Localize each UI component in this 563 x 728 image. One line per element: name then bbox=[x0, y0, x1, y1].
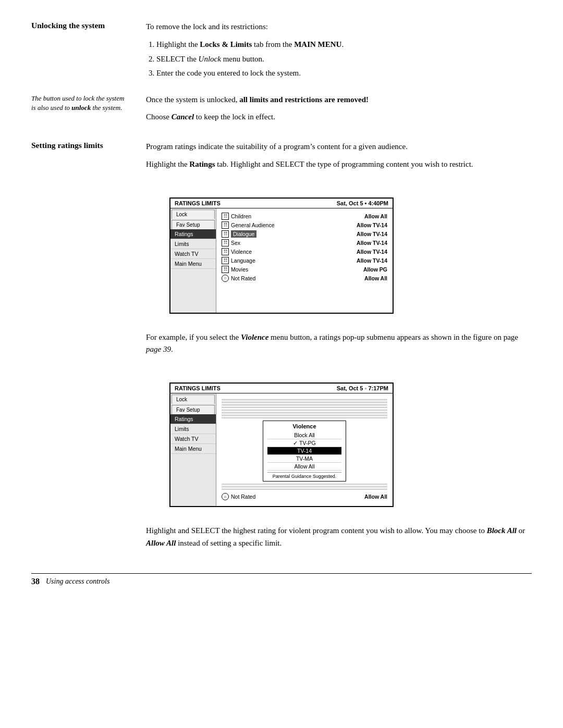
screen1-container: RATINGS LIMITS Sat, Oct 5 • 4:40PM Lock … bbox=[31, 188, 532, 323]
step-3: Enter the code you entered to lock the s… bbox=[156, 67, 532, 80]
screen1-title: RATINGS LIMITS bbox=[175, 200, 221, 206]
screen2-body: Lock Fav Setup Ratings Limits Watch TV M… bbox=[170, 393, 393, 506]
rating-label-general: General Audience bbox=[231, 222, 274, 228]
ratings-label: Setting ratings limits bbox=[31, 141, 146, 176]
popup-title: Violence bbox=[267, 423, 341, 429]
unlocking-body: To remove the lock and its restrictions:… bbox=[146, 21, 532, 81]
popup-option-blockall[interactable]: Block All bbox=[267, 431, 341, 439]
spacer2 bbox=[31, 525, 146, 554]
ratings-list: ☷ Children Allow All ☷ General Audience … bbox=[222, 213, 387, 282]
rating-icon-language: ☷ bbox=[222, 257, 229, 264]
screen2-timestamp: Sat, Oct 5 ◦ 7:17PM bbox=[337, 385, 388, 391]
screen2-sidebar-fav[interactable]: Fav Setup bbox=[172, 405, 215, 414]
unlocked-body: Once the system is unlocked, all limits … bbox=[146, 94, 532, 129]
popup-option-allowall[interactable]: Allow All bbox=[267, 463, 341, 471]
rating-label-children: Children bbox=[231, 213, 251, 219]
screen1-timestamp: Sat, Oct 5 • 4:40PM bbox=[337, 200, 388, 206]
screen1-header: RATINGS LIMITS Sat, Oct 5 • 4:40PM bbox=[170, 199, 393, 208]
page-number: 38 bbox=[31, 577, 40, 586]
rating-row-notrated[interactable]: ○ Not Rated Allow All bbox=[222, 275, 387, 282]
screen2-notrated-label: Not Rated bbox=[231, 493, 255, 500]
italic-note-line1: The button used to lock the system bbox=[31, 94, 124, 102]
rating-value-children: Allow All bbox=[364, 213, 387, 219]
rating-label-notrated: Not Rated bbox=[231, 275, 255, 281]
violence-para-section: For example, if you select the Violence … bbox=[31, 331, 532, 361]
blurred-row-1 bbox=[222, 399, 387, 408]
ratings-body: Program ratings indicate the suitability… bbox=[146, 141, 532, 176]
italic-note: The button used to lock the system is al… bbox=[31, 94, 146, 129]
rating-row-dialogue[interactable]: ☷ Dialogue Allow TV-14 bbox=[222, 230, 387, 238]
popup-option-tv14[interactable]: TV-14 bbox=[267, 447, 341, 455]
blurred-row-3 bbox=[222, 484, 387, 490]
ratings-section: Setting ratings limits Program ratings i… bbox=[31, 141, 532, 176]
screen2-sidebar: Lock Fav Setup Ratings Limits Watch TV M… bbox=[170, 393, 216, 506]
screen2-sidebar-mainmenu[interactable]: Main Menu bbox=[170, 444, 216, 454]
rating-value-violence: Allow TV-14 bbox=[357, 249, 387, 255]
rating-icon-general: ☷ bbox=[222, 221, 229, 229]
unlocking-steps: Highlight the Locks & Limits tab from th… bbox=[156, 38, 532, 80]
rating-icon-children: ☷ bbox=[222, 213, 229, 220]
rating-label-sex: Sex bbox=[231, 240, 240, 246]
screen2-sidebar-ratings[interactable]: Ratings bbox=[170, 414, 216, 424]
sidebar-item-limits[interactable]: Limits bbox=[170, 239, 216, 249]
rating-label-dialogue: Dialogue bbox=[231, 230, 256, 238]
screen2-main: Violence Block All TV-PG TV-14 TV-MA All… bbox=[216, 393, 393, 506]
screen2-sidebar-limits[interactable]: Limits bbox=[170, 424, 216, 434]
sidebar-item-favsetup[interactable]: Fav Setup bbox=[172, 220, 215, 229]
rating-row-general[interactable]: ☷ General Audience Allow TV-14 bbox=[222, 221, 387, 229]
rating-row-movies[interactable]: ☷ Movies Allow PG bbox=[222, 266, 387, 273]
final-para-section: Highlight and SELECT the highest rating … bbox=[31, 525, 532, 554]
footer-text: Using access controls bbox=[46, 577, 109, 586]
screen2-sidebar-lock[interactable]: Lock bbox=[172, 394, 215, 404]
rating-value-notrated: Allow All bbox=[364, 275, 387, 281]
violence-popup: Violence Block All TV-PG TV-14 TV-MA All… bbox=[263, 421, 346, 482]
rating-row-language[interactable]: ☷ Language Allow TV-14 bbox=[222, 257, 387, 264]
italic-note-line2: is also used to unlock the system. bbox=[31, 104, 122, 112]
sidebar-item-mainmenu[interactable]: Main Menu bbox=[170, 259, 216, 269]
unlocking-intro: To remove the lock and its restrictions: bbox=[146, 21, 532, 33]
ratings-para1: Program ratings indicate the suitability… bbox=[146, 141, 532, 153]
unlocked-text: Once the system is unlocked, all limits … bbox=[146, 94, 532, 106]
sidebar-item-lock[interactable]: Lock bbox=[172, 209, 215, 219]
screen2-notrated-row[interactable]: ○ Not Rated Allow All bbox=[222, 493, 387, 500]
screen1-main: ☷ Children Allow All ☷ General Audience … bbox=[216, 208, 393, 313]
unlocking-label: Unlocking the system bbox=[31, 21, 146, 81]
unlocked-note-section: The button used to lock the system is al… bbox=[31, 94, 532, 129]
final-para: Highlight and SELECT the highest rating … bbox=[146, 525, 532, 549]
sidebar-item-ratings[interactable]: Ratings bbox=[170, 229, 216, 239]
popup-option-tvma[interactable]: TV-MA bbox=[267, 455, 341, 463]
rating-value-sex: Allow TV-14 bbox=[357, 240, 387, 246]
step-1: Highlight the Locks & Limits tab from th… bbox=[156, 38, 532, 52]
screen2-notrated-value: Allow All bbox=[364, 493, 387, 500]
rating-label-language: Language bbox=[231, 257, 255, 264]
rating-icon-violence: ☷ bbox=[222, 248, 229, 255]
screen2-header: RATINGS LIMITS Sat, Oct 5 ◦ 7:17PM bbox=[170, 384, 393, 393]
violence-para: For example, if you select the Violence … bbox=[146, 331, 532, 356]
rating-row-children[interactable]: ☷ Children Allow All bbox=[222, 213, 387, 220]
unlocking-section: Unlocking the system To remove the lock … bbox=[31, 21, 532, 81]
sidebar-item-watchtv[interactable]: Watch TV bbox=[170, 249, 216, 259]
screen2-sidebar-watchtv[interactable]: Watch TV bbox=[170, 434, 216, 444]
rating-row-sex[interactable]: ☷ Sex Allow TV-14 bbox=[222, 239, 387, 246]
screen1-body: Lock Fav Setup Ratings Limits Watch TV M… bbox=[170, 208, 393, 313]
cancel-text: Choose Cancel to keep the lock in effect… bbox=[146, 111, 532, 123]
step-2: SELECT the Unlock menu button. bbox=[156, 53, 532, 66]
rating-icon-movies: ☷ bbox=[222, 266, 229, 273]
screen2: RATINGS LIMITS Sat, Oct 5 ◦ 7:17PM Lock … bbox=[169, 382, 394, 507]
rating-value-movies: Allow PG bbox=[363, 266, 387, 273]
popup-note: Parental Guidance Suggested. bbox=[267, 472, 341, 479]
ratings-para2: Highlight the Ratings tab. Highlight and… bbox=[146, 158, 532, 170]
rating-label-violence: Violence bbox=[231, 249, 252, 255]
violence-para-body: For example, if you select the Violence … bbox=[146, 331, 532, 361]
screen2-notrated-icon: ○ bbox=[222, 493, 229, 500]
final-para-body: Highlight and SELECT the highest rating … bbox=[146, 525, 532, 554]
screen2-title: RATINGS LIMITS bbox=[175, 385, 221, 391]
page-content: Unlocking the system To remove the lock … bbox=[31, 21, 532, 586]
popup-option-tvpg[interactable]: TV-PG bbox=[267, 439, 341, 447]
screen1: RATINGS LIMITS Sat, Oct 5 • 4:40PM Lock … bbox=[169, 198, 394, 314]
rating-icon-dialogue: ☷ bbox=[222, 230, 229, 238]
screen1-sidebar: Lock Fav Setup Ratings Limits Watch TV M… bbox=[170, 208, 216, 313]
rating-row-violence[interactable]: ☷ Violence Allow TV-14 bbox=[222, 248, 387, 255]
rating-icon-notrated: ○ bbox=[222, 275, 229, 282]
spacer1 bbox=[31, 331, 146, 361]
